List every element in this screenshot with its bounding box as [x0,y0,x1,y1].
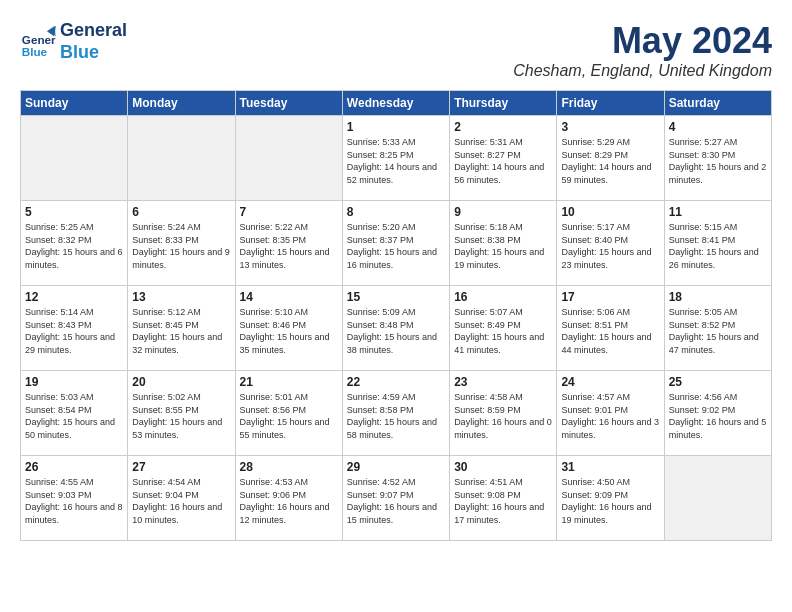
calendar-cell: 22Sunrise: 4:59 AM Sunset: 8:58 PM Dayli… [342,371,449,456]
logo-text: General Blue [60,20,127,63]
calendar-cell: 31Sunrise: 4:50 AM Sunset: 9:09 PM Dayli… [557,456,664,541]
day-info: Sunrise: 4:59 AM Sunset: 8:58 PM Dayligh… [347,391,445,441]
header-row: SundayMondayTuesdayWednesdayThursdayFrid… [21,91,772,116]
day-info: Sunrise: 4:58 AM Sunset: 8:59 PM Dayligh… [454,391,552,441]
day-number: 13 [132,290,230,304]
calendar-cell: 28Sunrise: 4:53 AM Sunset: 9:06 PM Dayli… [235,456,342,541]
day-info: Sunrise: 4:50 AM Sunset: 9:09 PM Dayligh… [561,476,659,526]
day-number: 30 [454,460,552,474]
day-header-sunday: Sunday [21,91,128,116]
title-area: May 2024 Chesham, England, United Kingdo… [513,20,772,80]
day-number: 8 [347,205,445,219]
day-number: 9 [454,205,552,219]
week-row-5: 26Sunrise: 4:55 AM Sunset: 9:03 PM Dayli… [21,456,772,541]
day-info: Sunrise: 5:18 AM Sunset: 8:38 PM Dayligh… [454,221,552,271]
day-number: 20 [132,375,230,389]
day-number: 11 [669,205,767,219]
day-info: Sunrise: 5:01 AM Sunset: 8:56 PM Dayligh… [240,391,338,441]
week-row-2: 5Sunrise: 5:25 AM Sunset: 8:32 PM Daylig… [21,201,772,286]
calendar-cell: 16Sunrise: 5:07 AM Sunset: 8:49 PM Dayli… [450,286,557,371]
calendar-cell [21,116,128,201]
day-info: Sunrise: 5:12 AM Sunset: 8:45 PM Dayligh… [132,306,230,356]
calendar-cell: 24Sunrise: 4:57 AM Sunset: 9:01 PM Dayli… [557,371,664,456]
calendar-cell: 2Sunrise: 5:31 AM Sunset: 8:27 PM Daylig… [450,116,557,201]
day-number: 29 [347,460,445,474]
calendar-cell: 12Sunrise: 5:14 AM Sunset: 8:43 PM Dayli… [21,286,128,371]
calendar-cell: 23Sunrise: 4:58 AM Sunset: 8:59 PM Dayli… [450,371,557,456]
day-info: Sunrise: 5:06 AM Sunset: 8:51 PM Dayligh… [561,306,659,356]
month-title: May 2024 [513,20,772,62]
day-info: Sunrise: 5:05 AM Sunset: 8:52 PM Dayligh… [669,306,767,356]
day-number: 23 [454,375,552,389]
calendar-cell: 5Sunrise: 5:25 AM Sunset: 8:32 PM Daylig… [21,201,128,286]
week-row-4: 19Sunrise: 5:03 AM Sunset: 8:54 PM Dayli… [21,371,772,456]
calendar-cell: 1Sunrise: 5:33 AM Sunset: 8:25 PM Daylig… [342,116,449,201]
day-number: 14 [240,290,338,304]
calendar-cell: 17Sunrise: 5:06 AM Sunset: 8:51 PM Dayli… [557,286,664,371]
day-info: Sunrise: 4:57 AM Sunset: 9:01 PM Dayligh… [561,391,659,441]
day-header-monday: Monday [128,91,235,116]
day-info: Sunrise: 5:25 AM Sunset: 8:32 PM Dayligh… [25,221,123,271]
day-info: Sunrise: 4:52 AM Sunset: 9:07 PM Dayligh… [347,476,445,526]
header: General Blue General Blue May 2024 Chesh… [20,20,772,80]
calendar-cell: 6Sunrise: 5:24 AM Sunset: 8:33 PM Daylig… [128,201,235,286]
day-number: 4 [669,120,767,134]
calendar-cell: 14Sunrise: 5:10 AM Sunset: 8:46 PM Dayli… [235,286,342,371]
day-info: Sunrise: 5:15 AM Sunset: 8:41 PM Dayligh… [669,221,767,271]
day-info: Sunrise: 5:33 AM Sunset: 8:25 PM Dayligh… [347,136,445,186]
day-info: Sunrise: 5:09 AM Sunset: 8:48 PM Dayligh… [347,306,445,356]
calendar-cell: 11Sunrise: 5:15 AM Sunset: 8:41 PM Dayli… [664,201,771,286]
calendar-cell: 9Sunrise: 5:18 AM Sunset: 8:38 PM Daylig… [450,201,557,286]
day-number: 25 [669,375,767,389]
day-number: 18 [669,290,767,304]
day-info: Sunrise: 5:31 AM Sunset: 8:27 PM Dayligh… [454,136,552,186]
page-container: General Blue General Blue May 2024 Chesh… [20,20,772,541]
calendar-cell [235,116,342,201]
calendar-cell: 27Sunrise: 4:54 AM Sunset: 9:04 PM Dayli… [128,456,235,541]
day-info: Sunrise: 5:17 AM Sunset: 8:40 PM Dayligh… [561,221,659,271]
day-number: 21 [240,375,338,389]
day-number: 1 [347,120,445,134]
calendar-cell: 26Sunrise: 4:55 AM Sunset: 9:03 PM Dayli… [21,456,128,541]
day-info: Sunrise: 5:03 AM Sunset: 8:54 PM Dayligh… [25,391,123,441]
day-info: Sunrise: 5:24 AM Sunset: 8:33 PM Dayligh… [132,221,230,271]
day-number: 6 [132,205,230,219]
calendar-cell [664,456,771,541]
day-number: 16 [454,290,552,304]
day-info: Sunrise: 4:55 AM Sunset: 9:03 PM Dayligh… [25,476,123,526]
day-info: Sunrise: 5:22 AM Sunset: 8:35 PM Dayligh… [240,221,338,271]
day-info: Sunrise: 5:27 AM Sunset: 8:30 PM Dayligh… [669,136,767,186]
day-number: 7 [240,205,338,219]
calendar-cell: 30Sunrise: 4:51 AM Sunset: 9:08 PM Dayli… [450,456,557,541]
day-number: 19 [25,375,123,389]
calendar-cell: 13Sunrise: 5:12 AM Sunset: 8:45 PM Dayli… [128,286,235,371]
svg-text:Blue: Blue [22,44,48,57]
day-header-wednesday: Wednesday [342,91,449,116]
day-number: 12 [25,290,123,304]
day-header-thursday: Thursday [450,91,557,116]
calendar-cell: 4Sunrise: 5:27 AM Sunset: 8:30 PM Daylig… [664,116,771,201]
calendar-cell: 20Sunrise: 5:02 AM Sunset: 8:55 PM Dayli… [128,371,235,456]
day-info: Sunrise: 4:54 AM Sunset: 9:04 PM Dayligh… [132,476,230,526]
day-info: Sunrise: 5:07 AM Sunset: 8:49 PM Dayligh… [454,306,552,356]
logo: General Blue General Blue [20,20,127,63]
day-number: 10 [561,205,659,219]
calendar-cell: 7Sunrise: 5:22 AM Sunset: 8:35 PM Daylig… [235,201,342,286]
day-info: Sunrise: 5:20 AM Sunset: 8:37 PM Dayligh… [347,221,445,271]
day-header-friday: Friday [557,91,664,116]
day-number: 17 [561,290,659,304]
day-number: 22 [347,375,445,389]
calendar-cell: 29Sunrise: 4:52 AM Sunset: 9:07 PM Dayli… [342,456,449,541]
calendar-cell: 18Sunrise: 5:05 AM Sunset: 8:52 PM Dayli… [664,286,771,371]
day-number: 31 [561,460,659,474]
calendar-cell: 15Sunrise: 5:09 AM Sunset: 8:48 PM Dayli… [342,286,449,371]
logo-line1: General [60,20,127,40]
day-number: 27 [132,460,230,474]
day-info: Sunrise: 4:53 AM Sunset: 9:06 PM Dayligh… [240,476,338,526]
day-number: 3 [561,120,659,134]
day-info: Sunrise: 5:10 AM Sunset: 8:46 PM Dayligh… [240,306,338,356]
calendar-table: SundayMondayTuesdayWednesdayThursdayFrid… [20,90,772,541]
day-number: 28 [240,460,338,474]
logo-line2: Blue [60,42,99,62]
logo-icon: General Blue [20,24,56,60]
